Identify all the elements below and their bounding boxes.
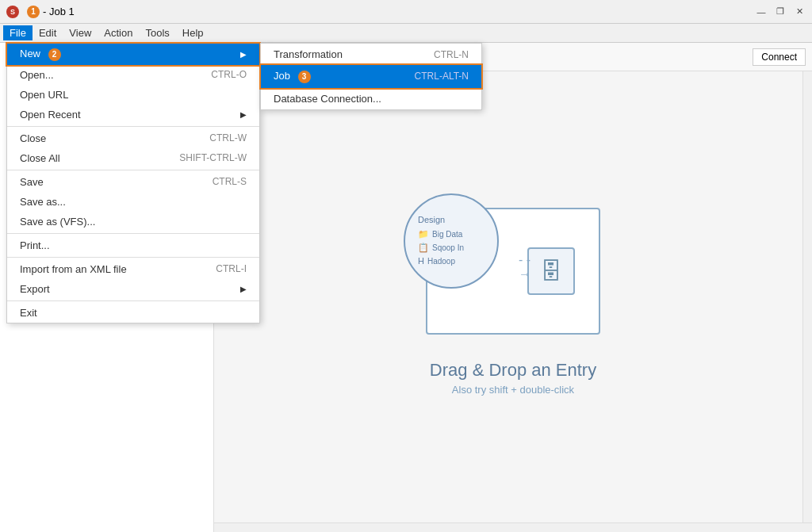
title-text: - Job 1 (43, 6, 75, 17)
menu-file[interactable]: File (3, 25, 33, 40)
circle-magnify: Design 📁 Big Data 📋 Sqoop In H Hadoop (404, 193, 499, 289)
file-menu-print[interactable]: Print... (7, 235, 259, 255)
hadoop-row: H Hadoop (418, 256, 485, 266)
file-menu-save-as-vfs[interactable]: Save as (VFS)... (7, 212, 259, 232)
save-label: Save (20, 176, 44, 188)
job-badge: 3 (298, 71, 311, 83)
new-db-connection[interactable]: Database Connection... (261, 88, 481, 109)
sqoop-row: 📋 Sqoop In (418, 243, 485, 253)
menu-help[interactable]: Help (176, 25, 210, 40)
menu-bar: File Edit View Action Tools Help (0, 24, 812, 43)
sep4 (7, 257, 259, 258)
file-menu-open-url[interactable]: Open URL (7, 85, 259, 105)
hadoop-icon: H (418, 256, 424, 266)
sep2 (7, 170, 259, 170)
close-label: Close (20, 132, 46, 144)
exit-label: Exit (20, 307, 37, 319)
design-label: Design (418, 215, 485, 224)
hadoop-label: Hadoop (427, 257, 455, 266)
job-label: Job 3 (274, 70, 311, 83)
title-bar: S 1 - Job 1 — ❐ ✕ (0, 0, 812, 24)
drag-drop-title: Drag & Drop an Entry (430, 360, 596, 381)
file-menu-close-all[interactable]: Close All SHIFT-CTRL-W (7, 148, 259, 168)
connect-button[interactable]: Connect (753, 48, 806, 66)
save-as-vfs-label: Save as (VFS)... (20, 216, 95, 228)
app-icon: S (6, 6, 19, 18)
title-badge-1: 1 (27, 6, 40, 18)
close-button[interactable]: ✕ (793, 6, 806, 18)
import-shortcut: CTRL-I (216, 263, 247, 274)
file-menu-import[interactable]: Import from an XML file CTRL-I (7, 259, 259, 279)
vertical-scrollbar[interactable] (802, 71, 812, 532)
transformation-label: Transformation (274, 48, 343, 60)
file-menu-open-recent[interactable]: Open Recent ▶ (7, 105, 259, 124)
new-submenu: Transformation CTRL-N Job 3 CTRL-ALT-N D… (260, 43, 482, 110)
file-menu-exit[interactable]: Exit (7, 303, 259, 323)
open-shortcut: CTRL-O (211, 69, 247, 80)
file-menu-open[interactable]: Open... CTRL-O (7, 65, 259, 85)
minimize-button[interactable]: — (755, 6, 768, 18)
open-label: Open... (20, 69, 54, 81)
sqoop-label: Sqoop In (432, 243, 464, 252)
sqoop-icon: 📋 (418, 243, 429, 253)
menu-action[interactable]: Action (98, 25, 139, 40)
monitor-frame: Design 📁 Big Data 📋 Sqoop In H Hadoop (426, 208, 600, 335)
menu-edit[interactable]: Edit (33, 25, 63, 40)
job-shortcut: CTRL-ALT-N (415, 71, 469, 82)
folder-icon-bigdata: 📁 (418, 229, 429, 239)
horizontal-scrollbar[interactable] (214, 522, 812, 532)
file-menu-save[interactable]: Save CTRL-S (7, 172, 259, 192)
close-all-label: Close All (20, 152, 60, 164)
file-dropdown-menu: New 2 ▶ Open... CTRL-O Open URL Open Rec… (6, 43, 260, 323)
file-menu-export[interactable]: Export ▶ (7, 279, 259, 299)
open-url-label: Open URL (20, 89, 68, 101)
bigdata-row: 📁 Big Data (418, 229, 485, 239)
sep3 (7, 233, 259, 234)
transformation-shortcut: CTRL-N (434, 49, 469, 60)
file-menu-close[interactable]: Close CTRL-W (7, 128, 259, 148)
import-label: Import from an XML file (20, 263, 127, 275)
new-badge: 2 (48, 48, 61, 61)
save-shortcut: CTRL-S (213, 176, 247, 187)
print-label: Print... (20, 239, 50, 251)
menu-tools[interactable]: Tools (139, 25, 175, 40)
export-arrow: ▶ (240, 285, 247, 293)
content-area: 📄 📂 💾 ▶ ⏹ 🔍 🔎 100% 75% 50% 150% Connect (214, 43, 812, 532)
new-transformation[interactable]: Transformation CTRL-N (261, 44, 481, 65)
sep1 (7, 126, 259, 127)
open-recent-arrow: ▶ (240, 110, 247, 119)
menu-view[interactable]: View (63, 25, 98, 40)
drag-drop-subtext: Also try shift + double-click (452, 384, 574, 396)
arrow-icon: - - → (519, 253, 535, 281)
db-connection-label: Database Connection... (274, 93, 381, 105)
close-shortcut: CTRL-W (209, 132, 247, 144)
file-menu-new[interactable]: New 2 ▶ (7, 44, 259, 65)
restore-button[interactable]: ❐ (774, 6, 787, 18)
export-label: Export (20, 283, 50, 295)
open-recent-label: Open Recent (20, 109, 81, 121)
new-arrow: ▶ (240, 50, 247, 59)
new-job[interactable]: Job 3 CTRL-ALT-N (261, 65, 481, 88)
drag-drop-illustration: Design 📁 Big Data 📋 Sqoop In H Hadoop (426, 208, 600, 335)
save-as-label: Save as... (20, 196, 66, 208)
close-all-shortcut: SHIFT-CTRL-W (179, 152, 247, 163)
window-controls: — ❐ ✕ (755, 6, 806, 18)
bigdata-label: Big Data (432, 230, 462, 239)
canvas-area: Design 📁 Big Data 📋 Sqoop In H Hadoop (214, 71, 812, 532)
sep5 (7, 300, 259, 301)
new-label: New 2 (20, 48, 61, 61)
file-menu-save-as[interactable]: Save as... (7, 192, 259, 212)
